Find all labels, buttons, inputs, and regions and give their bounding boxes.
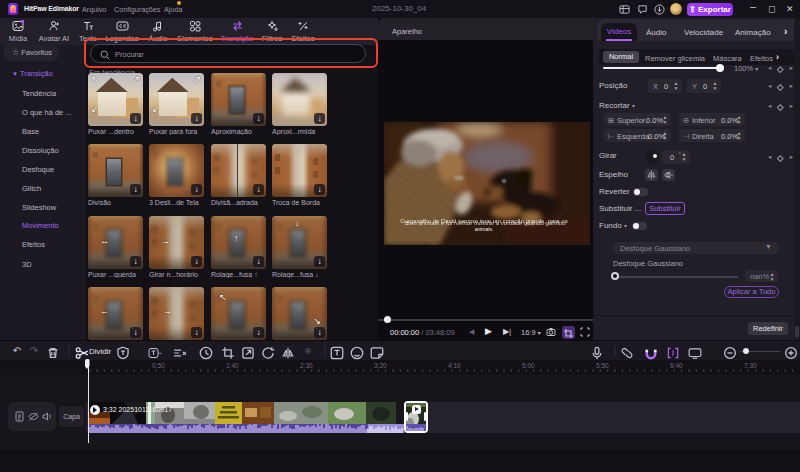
svg-text:animais.: animais. (475, 226, 494, 232)
